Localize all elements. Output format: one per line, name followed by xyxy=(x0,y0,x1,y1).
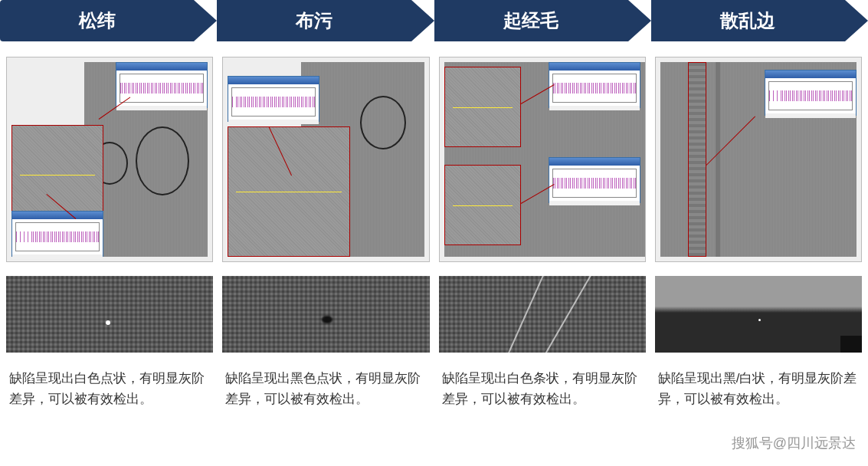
column-songwei: 缺陷呈现出白色点状，有明显灰阶差异，可以被有效检出。 xyxy=(6,57,213,409)
chart-icon xyxy=(15,222,100,251)
defect-description: 缺陷呈现出白色条状，有明显灰阶差异，可以被有效检出。 xyxy=(439,368,646,409)
header-label: 布污 xyxy=(296,8,332,33)
defect-description: 缺陷呈现出黑色点状，有明显灰阶差异，可以被有效检出。 xyxy=(222,368,429,409)
header-arrow-buwu: 布污 xyxy=(217,0,434,41)
defect-thumbnail xyxy=(6,276,213,353)
defect-description: 缺陷呈现出白色点状，有明显灰阶差异，可以被有效检出。 xyxy=(6,368,213,409)
defect-circle-annotation xyxy=(136,126,189,195)
header-arrow-sanluanbian: 散乱边 xyxy=(651,0,868,41)
header-label: 松纬 xyxy=(79,8,116,33)
profile-chart-window xyxy=(765,70,857,116)
chart-icon xyxy=(552,169,637,198)
profile-chart-window xyxy=(549,157,640,203)
header-label: 起经毛 xyxy=(503,8,558,33)
column-sanluanbian: 缺陷呈现出黑/白状，有明显灰阶差异，可以被有效检出。 xyxy=(655,57,862,409)
profile-chart-window xyxy=(116,62,208,108)
defect-thumbnail xyxy=(655,276,862,353)
edge-defect-strip xyxy=(688,62,706,257)
header-arrow-qijingmao: 起经毛 xyxy=(434,0,651,41)
chart-icon xyxy=(552,74,637,103)
defect-circle-annotation xyxy=(360,96,406,149)
chart-icon xyxy=(768,81,853,110)
illustration-card xyxy=(439,57,646,262)
zoom-inset xyxy=(444,165,521,245)
chart-icon xyxy=(231,87,316,116)
profile-chart-window xyxy=(11,211,103,257)
column-buwu: 缺陷呈现出黑色点状，有明显灰阶差异，可以被有效检出。 xyxy=(222,57,429,409)
profile-chart-window xyxy=(228,76,319,122)
illustration-card xyxy=(222,57,429,262)
defect-thumbnail xyxy=(439,276,646,353)
column-qijingmao: 缺陷呈现出白色条状，有明显灰阶差异，可以被有效检出。 xyxy=(439,57,646,409)
chart-icon xyxy=(120,74,204,103)
zoom-inset xyxy=(11,125,103,225)
defect-thumbnail xyxy=(222,276,429,353)
content-row: 缺陷呈现出白色点状，有明显灰阶差异，可以被有效检出。 缺陷呈现出黑色点状，有明显… xyxy=(0,57,868,409)
zoom-inset xyxy=(444,67,521,147)
header-arrow-songwei: 松纬 xyxy=(0,0,217,41)
zoom-inset xyxy=(228,126,350,257)
illustration-card xyxy=(655,57,862,262)
profile-chart-window xyxy=(549,62,640,108)
defect-description: 缺陷呈现出黑/白状，有明显灰阶差异，可以被有效检出。 xyxy=(655,368,862,409)
header-arrow-row: 松纬 布污 起经毛 散乱边 xyxy=(0,0,868,41)
header-label: 散乱边 xyxy=(720,8,775,33)
watermark: 搜狐号@四川远景达 xyxy=(732,434,856,452)
illustration-card xyxy=(6,57,213,262)
